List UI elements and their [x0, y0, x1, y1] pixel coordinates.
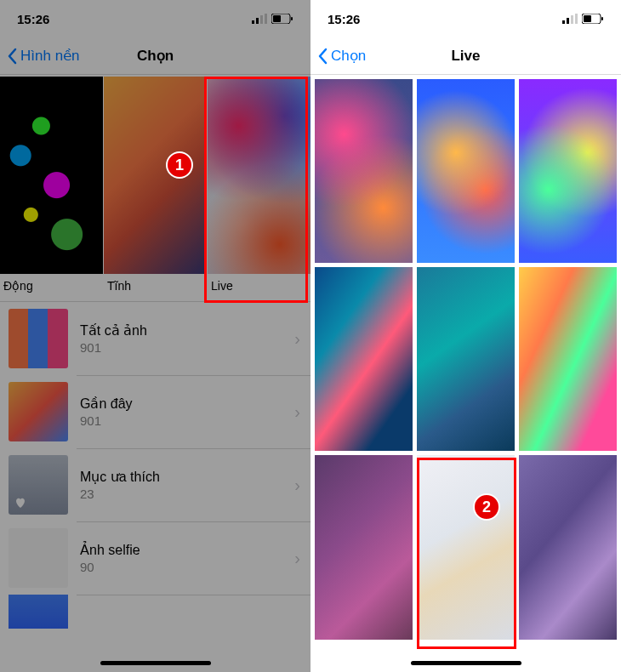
live-wallpaper-grid	[310, 75, 621, 644]
chevron-right-icon: ›	[294, 476, 300, 495]
album-thumb	[9, 382, 68, 441]
svg-rect-13	[601, 17, 603, 20]
wallpaper-item[interactable]	[315, 267, 413, 451]
svg-rect-5	[273, 15, 281, 22]
category-thumb	[104, 77, 207, 274]
category-thumb	[208, 77, 310, 274]
category-label: Live	[208, 274, 310, 301]
album-thumb	[9, 528, 68, 588]
wallpaper-item[interactable]	[315, 455, 413, 639]
svg-rect-12	[584, 15, 591, 22]
album-row-all[interactable]: Tất cả ảnh 901 ›	[0, 302, 310, 375]
svg-rect-10	[575, 14, 578, 24]
chevron-right-icon: ›	[294, 402, 300, 422]
category-thumb	[0, 77, 103, 274]
phone-screen-right: 15:26 Chọn Live 2	[310, 0, 621, 672]
album-count: 901	[80, 340, 294, 355]
back-label: Chọn	[331, 47, 366, 65]
svg-rect-2	[260, 15, 263, 24]
album-text: Gần đây 901	[80, 396, 294, 428]
home-indicator[interactable]	[411, 661, 521, 665]
back-button[interactable]: Hình nền	[7, 47, 80, 65]
svg-rect-7	[562, 20, 565, 24]
svg-rect-8	[567, 18, 569, 24]
album-text: Ảnh selfie 90	[80, 542, 294, 574]
album-name: Ảnh selfie	[80, 542, 294, 558]
nav-title: Live	[451, 48, 480, 65]
battery-icon	[271, 14, 293, 24]
album-thumb	[9, 309, 68, 368]
signal-icon	[252, 14, 267, 24]
category-label: Động	[0, 274, 103, 301]
status-bar: 15:26	[310, 0, 621, 37]
phone-screen-left: 15:26 Hình nền Chọn Động Tĩnh Live	[0, 0, 310, 672]
album-list: Tất cả ảnh 901 › Gần đây 901 › Mục ưa th…	[0, 301, 310, 629]
nav-bar: Chọn Live	[310, 37, 621, 75]
wallpaper-item[interactable]	[417, 79, 515, 263]
album-count: 90	[80, 560, 294, 574]
chevron-left-icon	[317, 48, 328, 65]
chevron-right-icon: ›	[294, 549, 300, 568]
category-live[interactable]: Live	[208, 77, 310, 301]
album-thumb	[9, 455, 68, 515]
album-thumb	[9, 595, 68, 629]
svg-rect-1	[256, 18, 259, 24]
album-name: Tất cả ảnh	[80, 322, 294, 339]
nav-title: Chọn	[137, 47, 174, 65]
status-icons	[252, 14, 293, 24]
album-count: 901	[80, 413, 294, 428]
wallpaper-item[interactable]	[315, 79, 413, 263]
category-label: Tĩnh	[104, 274, 207, 301]
chevron-right-icon: ›	[294, 329, 300, 349]
album-count: 23	[80, 487, 294, 501]
album-row-selfie[interactable]: Ảnh selfie 90 ›	[0, 521, 310, 595]
home-indicator[interactable]	[100, 661, 211, 665]
wallpaper-category-row: Động Tĩnh Live	[0, 77, 310, 301]
album-text: Mục ưa thích 23	[80, 469, 294, 501]
wallpaper-item[interactable]	[519, 79, 617, 263]
back-button[interactable]: Chọn	[317, 47, 366, 65]
album-row-partial[interactable]	[0, 595, 310, 629]
back-label: Hình nền	[20, 47, 80, 65]
nav-bar: Hình nền Chọn	[0, 37, 310, 75]
heart-icon	[14, 496, 27, 510]
album-row-recent[interactable]: Gần đây 901 ›	[0, 375, 310, 448]
wallpaper-item[interactable]	[519, 455, 617, 639]
status-time: 15:26	[17, 12, 49, 26]
battery-icon	[582, 14, 604, 24]
album-name: Gần đây	[80, 396, 294, 412]
svg-rect-6	[291, 17, 293, 20]
album-name: Mục ưa thích	[80, 469, 294, 485]
wallpaper-item[interactable]	[417, 267, 515, 451]
svg-rect-0	[252, 20, 254, 24]
svg-rect-3	[265, 14, 267, 24]
status-bar: 15:26	[0, 0, 310, 37]
wallpaper-item[interactable]	[519, 267, 617, 451]
svg-rect-9	[571, 15, 573, 24]
status-time: 15:26	[328, 12, 360, 26]
category-tinh[interactable]: Tĩnh	[104, 77, 207, 301]
category-dong[interactable]: Động	[0, 77, 103, 301]
wallpaper-item[interactable]	[417, 455, 515, 639]
album-row-favorites[interactable]: Mục ưa thích 23 ›	[0, 448, 310, 521]
status-icons	[562, 14, 604, 24]
album-text: Tất cả ảnh 901	[80, 322, 294, 355]
signal-icon	[562, 14, 578, 24]
chevron-left-icon	[7, 48, 17, 65]
